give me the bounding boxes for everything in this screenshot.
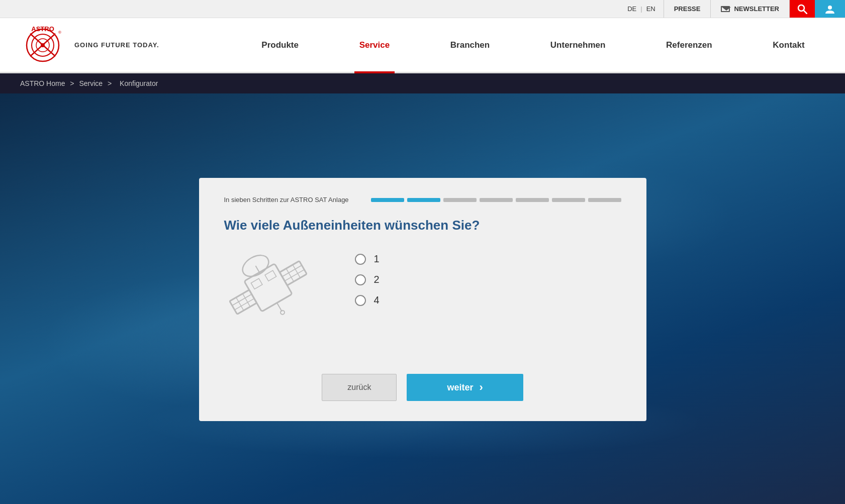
options-area: 1 2 4 bbox=[355, 248, 380, 306]
next-button[interactable]: weiter › bbox=[407, 374, 523, 401]
progress-seg-2 bbox=[407, 198, 440, 202]
nav-service[interactable]: Service bbox=[354, 18, 395, 72]
svg-text:®: ® bbox=[58, 30, 61, 35]
breadcrumb: ASTRO Home > Service > Konfigurator bbox=[0, 73, 845, 93]
lang-de[interactable]: DE bbox=[627, 5, 636, 13]
nav-referenzen[interactable]: Referenzen bbox=[661, 18, 717, 72]
progress-seg-7 bbox=[588, 198, 621, 202]
radio-1[interactable] bbox=[355, 254, 366, 265]
progress-seg-3 bbox=[443, 198, 477, 202]
option-2[interactable]: 2 bbox=[355, 274, 380, 285]
svg-rect-24 bbox=[251, 278, 262, 289]
presse-link[interactable]: PRESSE bbox=[664, 0, 711, 18]
option-4[interactable]: 4 bbox=[355, 294, 380, 306]
language-selector[interactable]: DE | EN bbox=[619, 5, 664, 13]
breadcrumb-service[interactable]: Service bbox=[79, 79, 103, 87]
nav-unternehmen[interactable]: Unternehmen bbox=[545, 18, 611, 72]
logo-tagline: GOING FUTURE TODAY. bbox=[74, 41, 159, 49]
question-title: Wie viele Außeneinheiten wünschen Sie? bbox=[224, 218, 621, 233]
option-2-label: 2 bbox=[374, 274, 380, 285]
user-button[interactable] bbox=[815, 0, 845, 18]
user-icon bbox=[824, 4, 835, 15]
breadcrumb-sep2: > bbox=[108, 79, 112, 87]
search-button[interactable] bbox=[790, 0, 815, 18]
svg-point-8 bbox=[41, 43, 45, 47]
radio-2[interactable] bbox=[355, 274, 366, 285]
option-4-label: 4 bbox=[374, 294, 380, 306]
svg-line-1 bbox=[804, 11, 807, 14]
breadcrumb-current: Konfigurator bbox=[120, 79, 158, 87]
svg-line-23 bbox=[255, 266, 260, 273]
svg-point-2 bbox=[828, 6, 832, 10]
option-1[interactable]: 1 bbox=[355, 253, 380, 265]
progress-label: In sieben Schritten zur ASTRO SAT Anlage bbox=[224, 196, 365, 204]
site-header: ASTRO ® GOING FUTURE TODAY. Produkte Ser… bbox=[0, 18, 845, 73]
svg-text:ASTRO: ASTRO bbox=[31, 26, 54, 33]
chevron-right-icon: › bbox=[479, 381, 483, 394]
newsletter-link[interactable]: NEWSLETTER bbox=[711, 0, 790, 18]
envelope-icon bbox=[721, 6, 730, 12]
radio-4[interactable] bbox=[355, 295, 366, 306]
nav-branchen[interactable]: Branchen bbox=[445, 18, 495, 72]
svg-point-27 bbox=[279, 310, 285, 315]
back-button[interactable]: zurück bbox=[322, 374, 397, 401]
lang-en[interactable]: EN bbox=[646, 5, 655, 13]
progress-seg-1 bbox=[371, 198, 404, 202]
satellite-illustration bbox=[224, 248, 325, 349]
breadcrumb-home[interactable]: ASTRO Home bbox=[20, 79, 65, 87]
nav-kontakt[interactable]: Kontakt bbox=[768, 18, 809, 72]
svg-rect-25 bbox=[265, 270, 276, 281]
svg-rect-16 bbox=[279, 261, 307, 285]
progress-seg-6 bbox=[552, 198, 585, 202]
next-button-label: weiter bbox=[447, 382, 473, 393]
configurator-card: In sieben Schritten zur ASTRO SAT Anlage… bbox=[199, 178, 646, 421]
progress-segments bbox=[371, 198, 621, 202]
progress-seg-4 bbox=[480, 198, 513, 202]
main-content: In sieben Schritten zur ASTRO SAT Anlage… bbox=[0, 93, 845, 504]
content-area: 1 2 4 bbox=[224, 248, 621, 349]
buttons-area: zurück weiter › bbox=[224, 374, 621, 401]
breadcrumb-sep1: > bbox=[70, 79, 74, 87]
svg-rect-11 bbox=[229, 290, 256, 314]
progress-area: In sieben Schritten zur ASTRO SAT Anlage bbox=[224, 196, 621, 204]
nav-produkte[interactable]: Produkte bbox=[256, 18, 304, 72]
satellite-icon bbox=[229, 248, 320, 349]
option-1-label: 1 bbox=[374, 253, 380, 265]
progress-seg-5 bbox=[516, 198, 549, 202]
astro-logo: ASTRO ® bbox=[20, 26, 65, 64]
svg-rect-21 bbox=[244, 264, 292, 312]
search-icon bbox=[797, 4, 807, 14]
main-nav: Produkte Service Branchen Unternehmen Re… bbox=[221, 18, 845, 72]
logo-area: ASTRO ® GOING FUTURE TODAY. bbox=[0, 18, 221, 72]
